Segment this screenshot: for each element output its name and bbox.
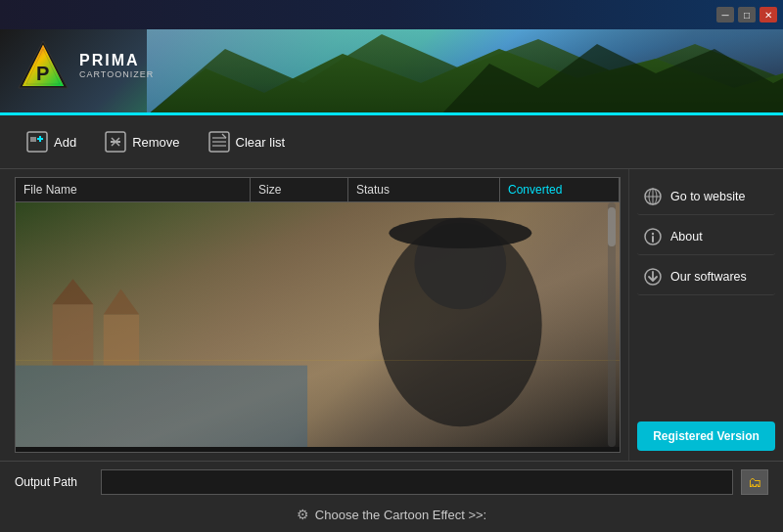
logo-icon: P [15,37,71,94]
logo-prima-text: PRIMA [79,52,154,69]
download-icon [643,267,663,287]
main-content: Add Remove [0,115,783,532]
effect-icon: ⚙ [297,507,309,522]
header-area: P PRIMA CARTOONIZER [0,29,783,115]
remove-label: Remove [132,135,179,150]
header-border [0,112,783,115]
logo-text: PRIMA CARTOONIZER [79,52,154,79]
logo-cartoonizer-text: CARTOONIZER [79,69,154,79]
col-status: Status [348,178,500,201]
our-softwares-link[interactable]: Our softwares [637,259,775,295]
svg-rect-28 [16,366,307,447]
svg-text:P: P [36,63,49,84]
output-path-row: Output Path 🗂 [15,469,768,495]
about-link[interactable]: About [637,219,775,255]
col-converted: Converted [500,178,620,201]
file-list-container: File Name Size Status Converted [15,177,621,453]
output-path-label: Output Path [15,475,93,489]
add-icon [26,131,48,153]
cartoon-effect-label: Choose the Cartoon Effect >>: [315,508,486,522]
toolbar: Add Remove [0,115,783,169]
svg-rect-24 [53,304,94,366]
title-bar-buttons: ─ □ ✕ [716,7,777,22]
svg-point-31 [389,218,531,248]
svg-rect-26 [104,315,139,366]
col-size: Size [251,178,348,201]
clear-list-icon [208,131,230,153]
svg-point-38 [652,233,654,235]
mountain-background [147,29,783,115]
browse-folder-button[interactable]: 🗂 [741,469,768,495]
info-icon [643,227,663,246]
work-area: File Name Size Status Converted [0,169,783,461]
registered-version-button[interactable]: Registered Version [637,421,775,451]
list-background-preview [16,202,620,447]
left-panel: File Name Size Status Converted [0,169,628,461]
output-path-input[interactable] [101,469,733,495]
add-button[interactable]: Add [15,125,88,158]
our-softwares-label: Our softwares [670,270,747,284]
remove-button[interactable]: Remove [93,125,191,158]
svg-rect-11 [30,137,36,142]
title-bar: ─ □ ✕ [0,0,783,29]
close-button[interactable]: ✕ [760,7,777,22]
go-to-website-link[interactable]: Go to website [637,179,775,215]
remove-icon [105,131,126,153]
file-list-body[interactable] [16,202,620,447]
list-scrollbar[interactable] [608,202,618,447]
minimize-button[interactable]: ─ [716,7,734,22]
about-label: About [670,230,703,244]
bottom-area: Output Path 🗂 ⚙ Choose the Cartoon Effec… [0,461,783,532]
logo-area: P PRIMA CARTOONIZER [15,37,154,94]
cartoon-effect-row: ⚙ Choose the Cartoon Effect >>: [15,501,768,524]
svg-line-22 [222,134,226,138]
folder-icon: 🗂 [748,474,761,490]
clear-list-button[interactable]: Clear list [197,125,298,158]
scrollbar-track [608,202,616,447]
preview-svg [16,202,620,447]
file-list-header: File Name Size Status Converted [16,178,620,202]
go-to-website-label: Go to website [670,190,745,203]
maximize-button[interactable]: □ [738,7,756,22]
scrollbar-thumb[interactable] [608,207,616,246]
globe-icon [643,187,663,206]
clear-list-label: Clear list [236,135,286,150]
right-sidebar: Go to website About [628,169,783,461]
col-filename: File Name [16,178,251,201]
add-label: Add [54,135,76,150]
